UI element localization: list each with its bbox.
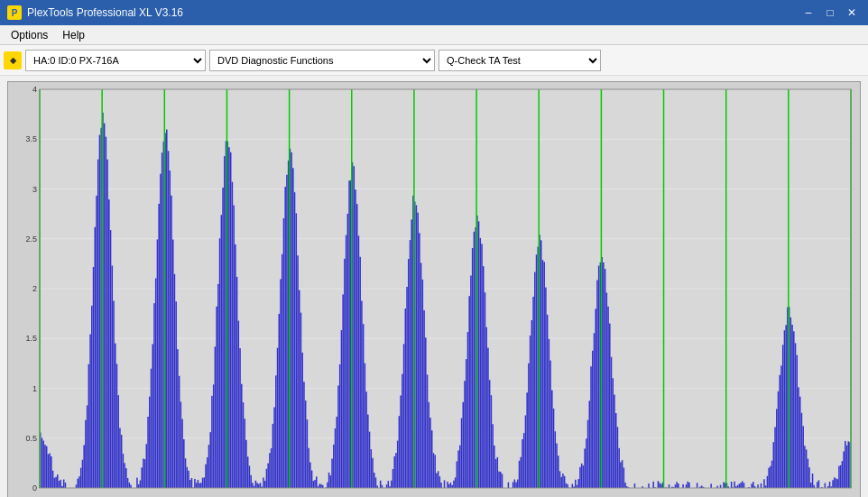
menu-bar: Options Help: [0, 25, 868, 45]
window-title: PlexTools Professional XL V3.16: [27, 6, 183, 19]
title-bar-left: P PlexTools Professional XL V3.16: [7, 5, 183, 20]
title-bar-controls[interactable]: – □ ✕: [799, 5, 861, 20]
device-group: ◆ HA:0 ID:0 PX-716A: [4, 50, 206, 71]
title-bar: P PlexTools Professional XL V3.16 – □ ✕: [0, 0, 868, 25]
device-icon: ◆: [4, 51, 22, 69]
menu-options[interactable]: Options: [4, 27, 55, 43]
top-chart-canvas: [8, 82, 860, 497]
top-chart: [7, 81, 861, 497]
mode-select[interactable]: Q-Check TA Test: [439, 50, 601, 71]
app-icon: P: [7, 5, 22, 20]
charts-area: [0, 76, 868, 497]
maximize-button[interactable]: □: [821, 5, 839, 20]
menu-help[interactable]: Help: [55, 27, 92, 43]
toolbar: ◆ HA:0 ID:0 PX-716A DVD Diagnostic Funct…: [0, 45, 868, 76]
device-select[interactable]: HA:0 ID:0 PX-716A: [25, 50, 206, 71]
function-select[interactable]: DVD Diagnostic Functions: [209, 50, 435, 71]
close-button[interactable]: ✕: [843, 5, 861, 20]
minimize-button[interactable]: –: [799, 5, 817, 20]
